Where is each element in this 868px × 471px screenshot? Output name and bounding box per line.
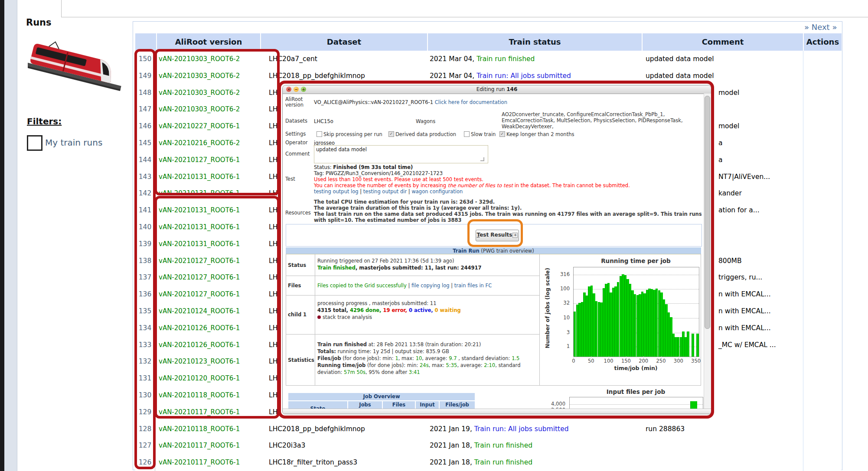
window-edge-dark — [0, 0, 4, 471]
test-link[interactable]: wagon configuration — [411, 188, 463, 195]
train-status-link[interactable]: Train run finished — [474, 442, 532, 449]
train-status: 2021 Jan 18, Train run finished — [430, 454, 532, 471]
actions-divider — [803, 269, 803, 286]
aliroot-version: vAN-20210303_ROOT6-2 — [159, 68, 240, 84]
settings-checkbox-label: Skip processing per run — [323, 131, 382, 137]
next-page-link[interactable]: » Next » — [804, 23, 837, 32]
chart-xtick: 300 — [671, 358, 686, 364]
dataset: LH — [269, 387, 277, 404]
header-dataset: Dataset — [261, 33, 427, 51]
actions-divider — [803, 118, 803, 135]
comment-textarea[interactable] — [314, 145, 488, 163]
dataset: LH — [269, 353, 277, 370]
dataset: LH — [269, 337, 277, 354]
table-row[interactable]: 127vAN-20210117_ROOT6-1LHC20i3a32021 Jan… — [135, 437, 842, 455]
input-files-ytick-4000: 4,000 — [548, 401, 565, 407]
aliroot-version: vAN-20210127_ROOT6-1 — [159, 152, 240, 169]
chart-running-time-xlabel: time/job (min) — [573, 365, 698, 371]
table-row[interactable]: 149vAN-20210303_ROOT6-2LHC2018_pp_bdefgh… — [135, 68, 842, 85]
table-row[interactable]: 128vAN-20210118_ROOT6-1LHC2018_pp_bdefgh… — [135, 421, 842, 438]
run-number: 135 — [135, 303, 155, 320]
stats-line-3: Files/job (for done jobs): min: 1, max: … — [317, 355, 519, 361]
dataset: LH — [269, 269, 277, 286]
test-status-line: Status: Finished (9m 33s total time) — [314, 164, 413, 170]
job-overview-col-files: Files — [383, 401, 415, 409]
dataset: LH — [269, 118, 277, 135]
files-link[interactable]: train files in FC — [454, 283, 492, 289]
datasets-value[interactable]: LHC15o — [314, 118, 333, 124]
datasets-label: Datasets — [285, 118, 314, 124]
aliroot-version: vAN-20210127_ROOT6-1 — [159, 269, 240, 286]
job-overview-col-jobs: Jobs — [348, 401, 382, 409]
table-row[interactable]: 126vAN-20210117_ROOT6-1LHC18r_filter_tri… — [135, 454, 842, 471]
run-number: 147 — [135, 101, 155, 118]
chart-xtick: 0 — [566, 358, 581, 364]
st 1: Train run finished at: 28 Feb 2021 13:58… — [317, 341, 481, 348]
run-number: 139 — [135, 236, 155, 253]
dialog-title: Editing run 146 — [283, 86, 711, 92]
files-link[interactable]: file copying log — [411, 283, 450, 289]
run-number: 132 — [135, 353, 155, 370]
actions-divider — [803, 387, 803, 404]
wagons-line: AO2Dconverter_truncate, ConfigureEmcalCo… — [502, 111, 665, 117]
test-link[interactable]: testing output log — [314, 188, 359, 195]
stack-trace-link[interactable]: stack trace analysis — [323, 314, 372, 320]
dataset: LH — [269, 185, 277, 202]
settings-checkbox[interactable]: ✓ — [499, 131, 505, 137]
chart-bar — [687, 331, 689, 357]
run-number: 144 — [135, 152, 155, 169]
chart-xtick-mark — [661, 356, 662, 357]
settings-checkbox[interactable] — [464, 131, 470, 137]
child1-line-2: 4315 total, 4296 done, 19 error, 0 activ… — [317, 307, 461, 313]
chart-ytick: 100 — [552, 286, 570, 292]
textarea-resize-handle[interactable] — [480, 157, 484, 161]
comment: n with EMCAL... — [718, 320, 771, 337]
aliroot-version: vAN-20210117_ROOT6-1 — [159, 404, 240, 421]
aliroot-version: vAN-20210126_ROOT6-1 — [159, 337, 240, 354]
dialog-titlebar[interactable]: × − + Editing run 146 — [283, 85, 711, 94]
train-status-link[interactable]: Train run finished — [476, 55, 535, 63]
comment: a — [718, 152, 723, 169]
run-number: 133 — [135, 337, 155, 354]
files-row-label: Files — [288, 283, 301, 289]
chart-ytick: 32 — [552, 300, 570, 306]
settings-checkbox[interactable] — [317, 131, 322, 137]
documentation-link[interactable]: Click here for documentation — [435, 99, 507, 105]
run-number: 146 — [135, 118, 155, 135]
run-number: 149 — [135, 68, 155, 84]
aliroot-version-value: VO_ALICE@AliPhysics::vAN-20210227_ROOT6-… — [314, 99, 507, 105]
run-number: 145 — [135, 135, 155, 152]
test-link[interactable]: testing output dir — [363, 188, 407, 195]
status-line-1: Running triggered on 27 Feb 2021 17:36 (… — [317, 258, 454, 264]
test-results-button[interactable]: Test Results+ — [476, 230, 519, 241]
test-links: testing output log | testing output dir … — [314, 188, 463, 195]
child1-line-3: stack trace analysis — [317, 314, 372, 320]
train-status-link[interactable]: Train run: All jobs submitted — [476, 72, 571, 80]
run-number: 143 — [135, 169, 155, 185]
my-train-runs-checkbox[interactable] — [27, 135, 42, 151]
actions-divider — [803, 202, 803, 219]
comment: _MC w/ EMCAL ... — [718, 337, 776, 354]
dataset: LHC20i3a3 — [269, 437, 305, 454]
header-train-status: Train status — [428, 33, 642, 51]
job-overview-col-filesjob: Files/job — [440, 401, 475, 409]
comment-label: Comment — [285, 151, 314, 157]
run-number: 129 — [135, 404, 155, 421]
chart-xtick-mark — [643, 356, 644, 357]
train-status-link[interactable]: Train run finished — [474, 458, 532, 466]
filters-heading[interactable]: Filters: — [27, 116, 62, 127]
table-row[interactable]: 150vAN-20210303_ROOT6-2LHC20a7_cent2021 … — [135, 51, 842, 68]
actions-divider — [803, 236, 803, 253]
chart-ytick: 316 — [552, 271, 570, 277]
stats-line-5: deviation: 57m 50s, 95% done after 3:41 — [317, 369, 420, 375]
actions-divider — [803, 370, 803, 387]
dialog-scrollbar-thumb[interactable] — [705, 96, 710, 329]
actions-divider — [803, 421, 803, 438]
comment: run 288863 — [646, 421, 685, 438]
chart-ytick: 10 — [552, 315, 570, 321]
train-status-link[interactable]: Train run: All jobs submitted — [474, 425, 569, 433]
actions-divider — [803, 286, 803, 303]
settings-checkbox[interactable]: ✓ — [388, 131, 394, 137]
pwg-train-overview-link[interactable]: (PWG train overview) — [480, 248, 534, 254]
resources-line: with split=10. The estimated number of j… — [314, 217, 462, 223]
